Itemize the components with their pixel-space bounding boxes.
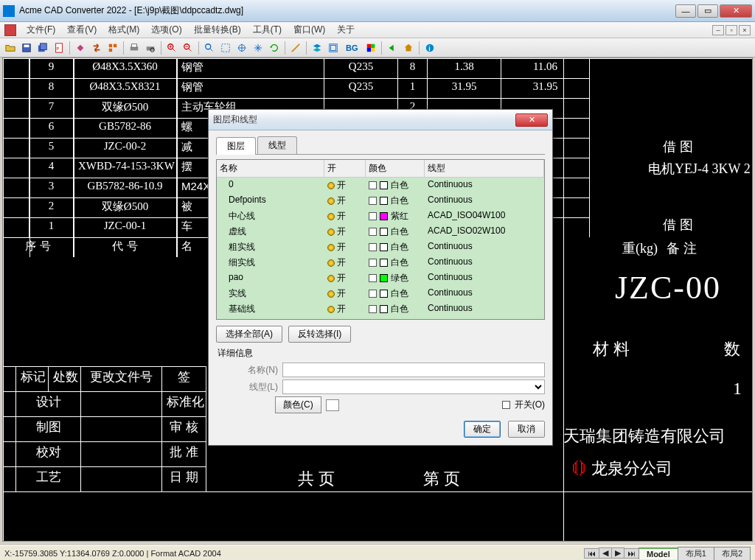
tab-prev-button[interactable]: ◀ xyxy=(599,547,612,559)
measure-icon[interactable] xyxy=(288,41,303,55)
zoom-all-icon[interactable] xyxy=(234,41,249,55)
redraw-icon[interactable] xyxy=(267,41,282,55)
mdi-restore-button[interactable]: ▫ xyxy=(726,25,737,35)
plugin-icon[interactable] xyxy=(73,41,88,55)
hdr-on[interactable]: 开 xyxy=(324,160,366,177)
bulb-icon[interactable] xyxy=(327,228,335,236)
pan-icon[interactable] xyxy=(251,41,265,55)
linetype-select[interactable] xyxy=(282,379,545,394)
dialog-close-button[interactable]: ✕ xyxy=(515,113,548,127)
mdi-close-button[interactable]: × xyxy=(739,25,751,35)
layer-color-checkbox[interactable] xyxy=(369,212,377,220)
print-preview-icon[interactable] xyxy=(143,41,158,55)
layer-color-checkbox[interactable] xyxy=(369,243,377,251)
bulb-icon[interactable] xyxy=(327,197,335,205)
layer-color-swatch[interactable] xyxy=(380,290,388,298)
back-icon[interactable] xyxy=(385,41,400,55)
ok-button[interactable]: 确定 xyxy=(464,421,501,438)
cancel-button[interactable]: 取消 xyxy=(508,421,545,438)
layer-color-swatch[interactable] xyxy=(380,212,388,220)
layer-row[interactable]: 中心线开紫红ACAD_ISO04W100 xyxy=(217,209,544,224)
mdi-minimize-button[interactable]: – xyxy=(712,25,724,35)
menu-batch[interactable]: 批量转换(B) xyxy=(188,22,247,38)
layer-row[interactable]: 0开白色Continuous xyxy=(217,178,544,193)
layer-list[interactable]: 名称 开 颜色 线型 0开白色ContinuousDefpoints开白色Con… xyxy=(216,159,545,320)
tab-layout1[interactable]: 布局1 xyxy=(678,547,714,560)
layer-color-checkbox[interactable] xyxy=(369,274,377,282)
menu-tools[interactable]: 工具(T) xyxy=(247,22,288,38)
zoom-extents-icon[interactable] xyxy=(202,41,217,55)
info-icon[interactable]: i xyxy=(422,41,437,55)
layer-color-swatch[interactable] xyxy=(380,228,388,236)
saveall-icon[interactable] xyxy=(35,41,50,55)
layer-row[interactable]: 虚线开白色ACAD_ISO02W100 xyxy=(217,224,544,239)
zoom-in-icon[interactable] xyxy=(164,41,179,55)
bulb-icon[interactable] xyxy=(327,290,335,298)
close-button[interactable]: ✕ xyxy=(720,4,752,18)
select-all-button[interactable]: 选择全部(A) xyxy=(216,326,282,343)
layer-color-checkbox[interactable] xyxy=(369,181,377,189)
menu-view[interactable]: 查看(V) xyxy=(61,22,102,38)
tab-layers[interactable]: 图层 xyxy=(216,137,256,155)
minimize-button[interactable]: — xyxy=(675,4,696,18)
tab-model[interactable]: Model xyxy=(639,547,678,559)
menu-file[interactable]: 文件(F) xyxy=(21,22,61,38)
switch-checkbox[interactable] xyxy=(502,401,510,409)
layer-row[interactable]: pao开绿色Continuous xyxy=(217,270,544,286)
maximize-button[interactable]: ▭ xyxy=(697,4,718,18)
tab-next-button[interactable]: ▶ xyxy=(611,547,624,559)
layout-icon[interactable] xyxy=(326,41,341,55)
color-button[interactable]: 颜色(C) xyxy=(275,396,321,413)
bulb-icon[interactable] xyxy=(327,213,335,220)
menu-options[interactable]: 选项(O) xyxy=(145,22,187,38)
hdr-name[interactable]: 名称 xyxy=(217,160,324,177)
home-icon[interactable] xyxy=(401,41,416,55)
bulb-icon[interactable] xyxy=(327,259,335,267)
layer-row[interactable]: 实线开白色Continuous xyxy=(217,286,544,301)
layer-color-swatch[interactable] xyxy=(380,259,388,267)
zoom-window-icon[interactable] xyxy=(218,41,233,55)
open-icon[interactable] xyxy=(3,41,18,55)
export-pdf-icon[interactable]: P xyxy=(52,41,66,55)
layers-icon[interactable] xyxy=(310,41,324,55)
layer-row[interactable]: Defpoints开白色Continuous xyxy=(217,193,544,209)
layer-color-swatch[interactable] xyxy=(380,274,388,282)
tab-first-button[interactable]: ⏮ xyxy=(584,548,599,559)
tab-linetypes[interactable]: 线型 xyxy=(257,136,297,154)
layer-color-swatch[interactable] xyxy=(380,305,388,313)
bulb-icon[interactable] xyxy=(327,275,335,282)
color-icon[interactable] xyxy=(363,41,378,55)
menu-format[interactable]: 格式(M) xyxy=(102,22,145,38)
bulb-icon[interactable] xyxy=(327,182,335,189)
bg-button[interactable]: BG xyxy=(342,41,362,55)
hdr-color[interactable]: 颜色 xyxy=(366,160,425,177)
batch-icon[interactable] xyxy=(105,41,120,55)
layer-row[interactable]: 图形开白色Continuous xyxy=(217,317,544,320)
zoom-out-icon[interactable] xyxy=(181,41,195,55)
bulb-icon[interactable] xyxy=(327,306,335,313)
layer-row[interactable]: 粗实线开白色Continuous xyxy=(217,239,544,255)
tab-layout2[interactable]: 布局2 xyxy=(714,547,751,560)
layer-color-swatch[interactable] xyxy=(380,197,388,205)
layer-color-checkbox[interactable] xyxy=(369,197,377,205)
convert-icon[interactable] xyxy=(89,41,104,55)
layer-color-checkbox[interactable] xyxy=(369,259,377,267)
layer-color-checkbox[interactable] xyxy=(369,290,377,298)
color-swatch[interactable] xyxy=(326,399,339,411)
layer-row[interactable]: 细实线开白色Continuous xyxy=(217,255,544,270)
menu-about[interactable]: 关于 xyxy=(331,22,361,38)
layer-row[interactable]: 基础线开白色Continuous xyxy=(217,301,544,317)
bulb-icon[interactable] xyxy=(327,244,335,251)
hdr-linetype[interactable]: 线型 xyxy=(425,160,544,177)
menu-window[interactable]: 窗口(W) xyxy=(288,22,331,38)
print-icon[interactable] xyxy=(127,41,142,55)
layer-color-checkbox[interactable] xyxy=(369,305,377,313)
layer-color-swatch[interactable] xyxy=(380,181,388,189)
layer-color-checkbox[interactable] xyxy=(369,228,377,236)
tab-last-button[interactable]: ⏭ xyxy=(624,548,639,559)
layer-color-swatch[interactable] xyxy=(380,243,388,251)
save-icon[interactable] xyxy=(19,41,34,55)
dialog-titlebar[interactable]: 图层和线型 ✕ xyxy=(209,110,552,130)
name-input[interactable] xyxy=(282,363,545,377)
invert-selection-button[interactable]: 反转选择(I) xyxy=(288,326,351,343)
